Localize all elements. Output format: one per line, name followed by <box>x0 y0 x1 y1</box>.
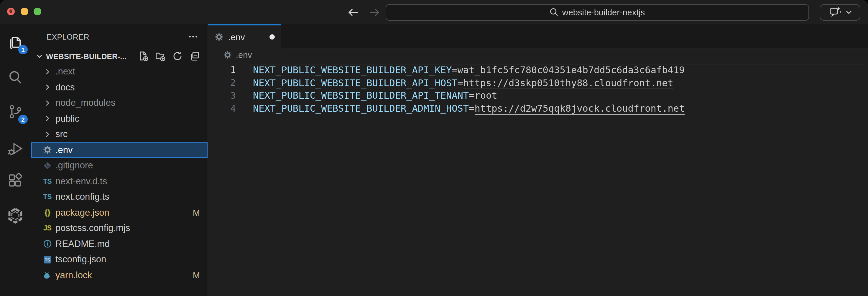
line-number: 3 <box>208 90 236 101</box>
workbench: 1 2 <box>0 24 868 296</box>
activity-bar: 1 2 <box>0 24 31 296</box>
gear-icon <box>223 51 232 59</box>
code-line-4: 4 NEXT_PUBLIC_WEBSITE_BUILDER_ADMIN_HOST… <box>208 102 868 115</box>
chevron-down-icon <box>845 10 852 15</box>
tree-item-next-env-dts[interactable]: TS next-env.d.ts <box>31 173 208 189</box>
tree-item-gitignore[interactable]: .gitignore <box>31 158 208 173</box>
maximize-button[interactable] <box>34 7 41 15</box>
tab-bar: .env <box>208 24 868 49</box>
back-button[interactable] <box>347 6 360 19</box>
collapse-all-icon[interactable] <box>189 51 200 61</box>
history-nav <box>347 0 381 24</box>
line-number: 4 <box>208 103 236 114</box>
arrow-left-icon <box>347 7 359 17</box>
chevron-right-icon <box>42 69 53 75</box>
arrow-right-icon <box>369 7 380 17</box>
line-number: 1 <box>208 65 236 75</box>
tree-item-postcss-config[interactable]: JS postcss.config.mjs <box>31 220 208 236</box>
modified-dot-icon[interactable] <box>270 34 275 39</box>
sidebar-header: EXPLORER <box>31 30 208 44</box>
tree-item-tsconfig[interactable]: TS tsconfig.json <box>31 252 208 267</box>
git-modified-badge: M <box>193 208 200 217</box>
git-modified-badge: M <box>193 271 200 280</box>
refresh-icon[interactable] <box>172 51 183 61</box>
tsconfig-icon: TS <box>42 255 53 264</box>
explorer-sidebar: EXPLORER WEBSITE-BUILDER-... <box>31 24 208 296</box>
new-folder-icon[interactable] <box>155 51 166 61</box>
close-button[interactable] <box>7 7 15 15</box>
sidebar-title: EXPLORER <box>46 32 188 41</box>
command-center-search[interactable]: website-builder-nextjs <box>385 4 809 20</box>
tree-item-env-selected[interactable]: .env <box>31 142 208 158</box>
activity-explorer[interactable]: 1 <box>5 31 26 53</box>
activity-extensions[interactable] <box>5 170 26 191</box>
vscode-window: website-builder-nextjs 1 <box>0 0 868 296</box>
tree-item-docs[interactable]: docs <box>31 79 208 95</box>
git-icon <box>42 161 53 170</box>
hexagon-icon <box>6 207 24 224</box>
ts-icon: TS <box>42 178 53 185</box>
tree-item-src[interactable]: src <box>31 127 208 142</box>
unsaved-dot-icon <box>9 10 13 13</box>
editor-group: .env .env 1 NEXT_PUBLIC_WEBSITE_BUILDER_… <box>208 24 868 296</box>
breadcrumb-item-env[interactable]: .env <box>236 50 252 60</box>
gear-icon <box>42 145 53 155</box>
explorer-actions <box>138 51 200 61</box>
chat-sparkle-icon <box>828 6 841 18</box>
info-icon <box>42 240 53 248</box>
copilot-chat-button[interactable] <box>819 4 860 20</box>
chevron-down-icon <box>36 53 44 60</box>
json-braces-icon: {} <box>42 208 53 217</box>
workspace-section-header[interactable]: WEBSITE-BUILDER-... <box>31 49 208 64</box>
activity-search[interactable] <box>5 67 26 88</box>
code-line-3: 3 NEXT_PUBLIC_WEBSITE_BUILDER_API_TENANT… <box>208 89 868 102</box>
search-icon <box>7 69 24 86</box>
tree-item-package-json[interactable]: {} package.json M <box>31 205 208 220</box>
ts-icon: TS <box>42 193 53 200</box>
tree-item-public[interactable]: public <box>31 111 208 127</box>
svg-text:TS: TS <box>44 257 50 262</box>
tab-bar-empty <box>281 24 868 49</box>
tab-label: .env <box>228 32 265 42</box>
forward-button[interactable] <box>368 6 381 19</box>
chevron-right-icon <box>42 115 53 122</box>
code-editor[interactable]: 1 NEXT_PUBLIC_WEBSITE_BUILDER_API_KEY=wa… <box>208 61 868 296</box>
chevron-right-icon <box>42 100 53 106</box>
tree-item-node-modules[interactable]: node_modules <box>31 95 208 111</box>
gear-icon <box>215 32 223 42</box>
activity-hexagon-extension[interactable] <box>5 205 26 226</box>
js-icon: JS <box>42 225 53 232</box>
explorer-badge: 1 <box>18 45 28 54</box>
breadcrumb: .env <box>208 49 868 61</box>
yarn-cat-icon <box>42 271 53 280</box>
activity-source-control[interactable]: 2 <box>5 101 26 122</box>
tree-item-next-config-ts[interactable]: TS next.config.ts <box>31 189 208 205</box>
line-number: 2 <box>208 77 236 88</box>
new-file-icon[interactable] <box>138 51 149 61</box>
chevron-right-icon <box>42 131 53 138</box>
tree-item-yarn-lock[interactable]: yarn.lock M <box>31 267 208 283</box>
tab-env[interactable]: .env <box>208 24 281 49</box>
screen: website-builder-nextjs 1 <box>0 0 868 296</box>
search-icon <box>550 8 559 17</box>
source-control-badge: 2 <box>18 115 28 124</box>
run-debug-icon <box>7 141 24 157</box>
workspace-title: WEBSITE-BUILDER-... <box>46 52 138 60</box>
code-line-1: 1 NEXT_PUBLIC_WEBSITE_BUILDER_API_KEY=wa… <box>208 63 868 77</box>
file-tree: .next docs node_modules public src <box>31 64 208 283</box>
chevron-right-icon <box>42 84 53 91</box>
more-actions-icon[interactable] <box>188 32 198 42</box>
window-controls <box>7 7 41 15</box>
tree-item-next-folder[interactable]: .next <box>31 64 208 79</box>
code-line-2: 2 NEXT_PUBLIC_WEBSITE_BUILDER_API_HOST=h… <box>208 77 868 89</box>
tree-item-readme[interactable]: README.md <box>31 236 208 252</box>
title-bar: website-builder-nextjs <box>0 0 868 24</box>
activity-run-debug[interactable] <box>5 138 26 160</box>
url-link[interactable]: https://d3skp0510thy88.cloudfront.net <box>463 77 673 89</box>
url-link[interactable]: https://d2w75qqk8jvock.cloudfront.net <box>474 103 685 115</box>
search-text: website-builder-nextjs <box>562 7 645 17</box>
extensions-icon <box>7 172 24 189</box>
minimize-button[interactable] <box>20 7 28 15</box>
